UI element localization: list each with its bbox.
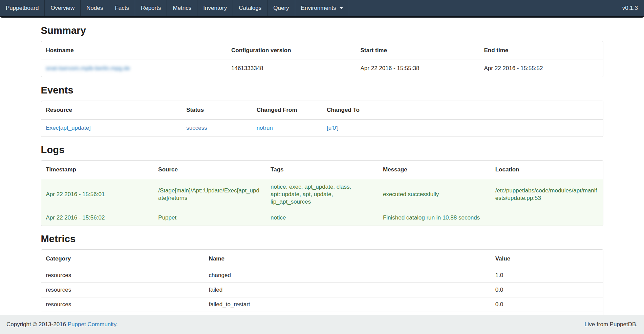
col-location: Location [491, 161, 603, 179]
col-config-version: Configuration version [227, 41, 356, 60]
col-changed-to: Changed To [322, 101, 603, 120]
summary-header-row: Hostname Configuration version Start tim… [41, 41, 603, 60]
config-version-value: 1461333348 [227, 60, 356, 77]
col-message: Message [378, 161, 491, 179]
metric-name: failed_to_restart [204, 297, 491, 312]
col-name: Name [204, 250, 491, 268]
col-status: Status [181, 101, 252, 120]
event-changed-to-link[interactable]: [u'0'] [327, 125, 339, 131]
caret-down-icon [340, 7, 343, 9]
col-value: Value [491, 250, 603, 268]
log-row: Apr 22 2016 - 15:56:01 /Stage[main]/Apt:… [41, 179, 603, 210]
nav-item-inventory[interactable]: Inventory [197, 0, 233, 16]
nav-item-facts[interactable]: Facts [109, 0, 135, 16]
metric-value: 0.0 [491, 297, 603, 312]
metric-row: resources changed 1.0 [41, 268, 603, 283]
metric-value: 0.0 [491, 283, 603, 297]
log-timestamp: Apr 22 2016 - 15:56:01 [41, 179, 154, 210]
col-tags: Tags [266, 161, 378, 179]
navbar-spacer [349, 0, 616, 16]
hostname-link[interactable]: snat-tservom.mpib-berlin.mpg.de [46, 65, 130, 71]
log-message: executed successfully [378, 179, 491, 210]
log-timestamp: Apr 22 2016 - 15:56:02 [41, 210, 154, 226]
nav-item-nodes[interactable]: Nodes [81, 0, 109, 16]
logs-heading: Logs [41, 144, 603, 155]
navbar-menu: Puppetboard Overview Nodes Facts Reports… [0, 0, 349, 16]
col-resource: Resource [41, 101, 182, 120]
col-source: Source [153, 161, 266, 179]
log-tags: notice, exec, apt_update, class, apt::up… [266, 179, 378, 210]
log-location: /etc/puppetlabs/code/modules/apt/manifes… [491, 179, 603, 210]
end-time-value: Apr 22 2016 - 15:55:52 [479, 60, 603, 77]
log-message: Finished catalog run in 10.88 seconds [378, 210, 491, 226]
metric-category: resources [41, 268, 204, 283]
report-page: Summary Hostname Configuration version S… [41, 25, 603, 327]
metric-row: resources failed 0.0 [41, 283, 603, 297]
logs-table: Timestamp Source Tags Message Location A… [41, 160, 603, 226]
col-start-time: Start time [356, 41, 479, 60]
logs-header-row: Timestamp Source Tags Message Location [41, 161, 603, 179]
nav-item-query[interactable]: Query [267, 0, 295, 16]
event-resource-link[interactable]: Exec[apt_update] [46, 125, 91, 131]
start-time-value: Apr 22 2016 - 15:55:38 [356, 60, 479, 77]
events-table: Resource Status Changed From Changed To … [41, 101, 603, 137]
log-tags: notice [266, 210, 378, 226]
event-status-link[interactable]: success [186, 125, 207, 131]
col-timestamp: Timestamp [41, 161, 154, 179]
metric-row: resources failed_to_restart 0.0 [41, 297, 603, 312]
nav-item-catalogs[interactable]: Catalogs [233, 0, 267, 16]
event-row: Exec[apt_update] success notrun [u'0'] [41, 120, 603, 137]
summary-row: snat-tservom.mpib-berlin.mpg.de 14613333… [41, 60, 603, 77]
metric-value: 1.0 [491, 268, 603, 283]
puppetdb-status-text: Live from PuppetDB. [584, 321, 638, 328]
metrics-heading: Metrics [41, 233, 603, 245]
copyright-prefix: Copyright © 2013-2016 [6, 321, 68, 328]
event-changed-from-link[interactable]: notrun [257, 125, 273, 131]
log-source: Puppet [153, 210, 266, 226]
nav-item-reports[interactable]: Reports [135, 0, 167, 16]
col-hostname: Hostname [41, 41, 227, 60]
environments-dropdown-label: Environments [301, 5, 336, 12]
metric-name: changed [204, 268, 491, 283]
summary-heading: Summary [41, 25, 603, 36]
copyright-suffix: . [116, 321, 118, 328]
brand-puppetboard[interactable]: Puppetboard [0, 0, 45, 16]
top-navbar: Puppetboard Overview Nodes Facts Reports… [0, 0, 644, 18]
col-category: Category [41, 250, 204, 268]
nav-item-overview[interactable]: Overview [45, 0, 81, 16]
log-row: Apr 22 2016 - 15:56:02 Puppet notice Fin… [41, 210, 603, 226]
metric-category: resources [41, 297, 204, 312]
puppet-community-link[interactable]: Puppet Community [68, 321, 116, 328]
environments-dropdown[interactable]: Environments [295, 0, 349, 16]
events-header-row: Resource Status Changed From Changed To [41, 101, 603, 120]
metrics-header-row: Category Name Value [41, 250, 603, 268]
log-source: /Stage[main]/Apt::Update/Exec[apt_update… [153, 179, 266, 210]
col-changed-from: Changed From [252, 101, 322, 120]
nav-item-metrics[interactable]: Metrics [167, 0, 197, 16]
metric-name: failed [204, 283, 491, 297]
copyright-text: Copyright © 2013-2016 Puppet Community. [6, 321, 118, 328]
summary-table: Hostname Configuration version Start tim… [41, 41, 603, 77]
col-end-time: End time [479, 41, 603, 60]
app-version: v0.1.3 [616, 0, 644, 16]
page-footer: Copyright © 2013-2016 Puppet Community. … [0, 315, 644, 334]
log-location [491, 210, 603, 226]
metric-category: resources [41, 283, 204, 297]
events-heading: Events [41, 85, 603, 96]
